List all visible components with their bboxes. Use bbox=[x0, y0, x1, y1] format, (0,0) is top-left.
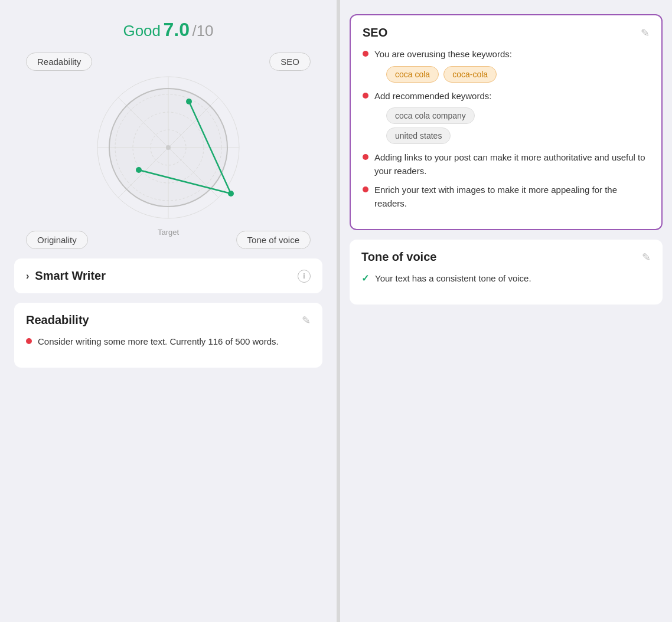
red-dot-overuse-icon bbox=[363, 51, 368, 57]
overuse-tags: coca cola coca-cola bbox=[386, 66, 512, 83]
right-panel: SEO ✎ You are overusing these keywords: … bbox=[340, 0, 672, 622]
radar-section: Readability SEO Targe bbox=[14, 53, 322, 249]
readability-edit-icon[interactable]: ✎ bbox=[302, 314, 311, 327]
svg-point-11 bbox=[136, 167, 142, 173]
readability-card: Readability ✎ Consider writing some more… bbox=[14, 303, 322, 368]
seo-recommend-item: Add recommended keywords: coca cola comp… bbox=[363, 90, 650, 145]
tone-text-1: Your text has a consistent tone of voice… bbox=[375, 272, 531, 286]
seo-links-item: Adding links to your post can make it mo… bbox=[363, 151, 650, 178]
recommend-tag-1: coca cola company bbox=[386, 107, 475, 124]
tone-edit-icon[interactable]: ✎ bbox=[642, 251, 651, 264]
overuse-tag-2: coca-cola bbox=[443, 66, 497, 83]
smart-writer-title: Smart Writer bbox=[35, 269, 106, 283]
overuse-tag-1: coca cola bbox=[386, 66, 439, 83]
radar-bottom-labels: Originality Tone of voice bbox=[14, 231, 322, 249]
seo-images-text: Enrich your text with images to make it … bbox=[374, 184, 650, 210]
seo-overuse-content: You are overusing these keywords: coca c… bbox=[374, 48, 512, 83]
tone-title: Tone of voice bbox=[361, 250, 436, 264]
readability-pill[interactable]: Readability bbox=[26, 53, 92, 71]
seo-overuse-item: You are overusing these keywords: coca c… bbox=[363, 48, 650, 83]
chevron-right-icon: › bbox=[26, 271, 29, 281]
seo-card: SEO ✎ You are overusing these keywords: … bbox=[350, 14, 663, 230]
red-dot-recommend-icon bbox=[363, 93, 368, 99]
radar-chart bbox=[86, 65, 251, 230]
recommend-tag-2: united states bbox=[386, 127, 451, 144]
tone-item-1: ✓ Your text has a consistent tone of voi… bbox=[361, 272, 651, 286]
readability-header: Readability ✎ bbox=[26, 313, 311, 327]
seo-pill[interactable]: SEO bbox=[269, 53, 311, 71]
seo-title: SEO bbox=[363, 26, 387, 40]
left-panel: Good 7.0 /10 Readability SEO bbox=[0, 0, 337, 622]
smart-writer-card[interactable]: › Smart Writer i bbox=[14, 258, 322, 293]
seo-recommend-label: Add recommended keywords: bbox=[374, 91, 491, 101]
seo-header: SEO ✎ bbox=[363, 26, 650, 40]
seo-recommend-content: Add recommended keywords: coca cola comp… bbox=[374, 90, 491, 145]
seo-images-item: Enrich your text with images to make it … bbox=[363, 184, 650, 210]
score-section: Good 7.0 /10 bbox=[14, 14, 322, 43]
tone-of-voice-pill[interactable]: Tone of voice bbox=[236, 231, 311, 249]
seo-links-text: Adding links to your post can make it mo… bbox=[374, 151, 650, 178]
seo-overuse-label: You are overusing these keywords: bbox=[374, 49, 512, 59]
tone-header: Tone of voice ✎ bbox=[361, 250, 651, 264]
readability-title: Readability bbox=[26, 313, 89, 327]
svg-point-10 bbox=[228, 191, 234, 197]
red-dot-icon bbox=[26, 338, 32, 344]
score-max: /10 bbox=[192, 22, 213, 40]
readability-item-1: Consider writing some more text. Current… bbox=[26, 335, 311, 349]
green-check-icon: ✓ bbox=[361, 273, 369, 284]
svg-point-9 bbox=[186, 99, 192, 104]
red-dot-links-icon bbox=[363, 154, 368, 160]
originality-pill[interactable]: Originality bbox=[26, 231, 88, 249]
info-icon[interactable]: i bbox=[298, 270, 311, 283]
red-dot-images-icon bbox=[363, 186, 368, 192]
tone-card: Tone of voice ✎ ✓ Your text has a consis… bbox=[350, 240, 663, 305]
smart-writer-left: › Smart Writer bbox=[26, 269, 106, 283]
readability-text-1: Consider writing some more text. Current… bbox=[38, 335, 279, 349]
score-number: 7.0 bbox=[163, 19, 189, 40]
score-label: Good bbox=[123, 22, 161, 40]
recommend-tags: coca cola company united states bbox=[386, 107, 491, 144]
seo-edit-icon[interactable]: ✎ bbox=[641, 27, 650, 40]
svg-point-12 bbox=[166, 145, 171, 150]
